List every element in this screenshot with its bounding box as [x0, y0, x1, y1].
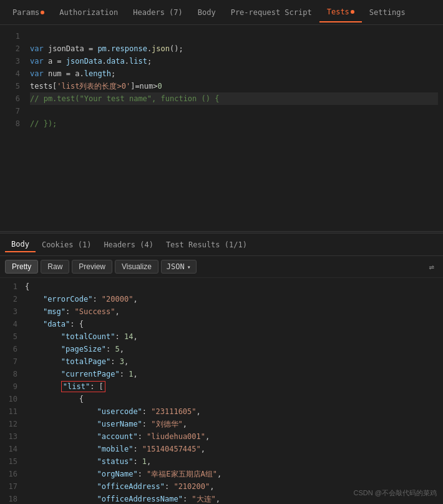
code-text[interactable]: var jsonData = pm.response.json(); var a…	[25, 25, 443, 231]
line-numbers: 1 2 3 4 5 6 7 8	[0, 25, 25, 231]
format-preview[interactable]: Preview	[72, 260, 112, 274]
json-line-8: 8 "currentPage": 1,	[0, 368, 443, 380]
json-line-1: 1 {	[0, 280, 443, 293]
response-tab-bar: Body Cookies (1) Headers (4) Test Result…	[0, 234, 443, 256]
code-line-5: tests['list列表的长度>0']=num>0	[30, 80, 438, 92]
json-line-13: 13 "account": "liudehua001",	[0, 430, 443, 443]
tab-settings[interactable]: Settings	[362, 3, 413, 22]
resp-tab-cookies[interactable]: Cookies (1)	[36, 238, 97, 252]
format-visualize[interactable]: Visualize	[115, 260, 158, 274]
code-line-3: var a = jsonData.data.list;	[30, 55, 438, 67]
wrap-icon[interactable]: ⇌	[426, 260, 438, 273]
code-line-1	[30, 30, 438, 42]
json-line-11: 11 "usercode": "23111605",	[0, 405, 443, 418]
code-line-4: var num = a.length;	[30, 67, 438, 80]
json-line-2: 2 "errorCode": "20000",	[0, 293, 443, 305]
format-raw[interactable]: Raw	[41, 260, 69, 274]
tab-params[interactable]: Params	[5, 3, 52, 22]
response-section: Body Cookies (1) Headers (4) Test Result…	[0, 234, 443, 504]
json-line-10: 10 {	[0, 393, 443, 405]
resp-tab-headers[interactable]: Headers (4)	[97, 238, 159, 252]
params-dot	[41, 11, 44, 14]
code-line-2: var jsonData = pm.response.json();	[30, 42, 438, 55]
tab-authorization[interactable]: Authorization	[52, 3, 125, 22]
json-line-4: 4 "data": {	[0, 318, 443, 330]
watermark: CSDN @不会敲代码的菜鸡	[354, 488, 437, 498]
tab-headers[interactable]: Headers (7)	[125, 3, 190, 22]
json-line-6: 6 "pageSize": 5,	[0, 343, 443, 355]
json-response-area: 1 { 2 "errorCode": "20000", 3 "msg": "Su…	[0, 278, 443, 504]
json-line-5: 5 "totalCount": 14,	[0, 330, 443, 343]
code-editor[interactable]: 1 2 3 4 5 6 7 8 var jsonData = pm.respon…	[0, 25, 443, 231]
format-pretty[interactable]: Pretty	[5, 260, 38, 274]
code-line-7	[30, 105, 438, 117]
tab-tests[interactable]: Tests	[319, 2, 362, 22]
json-format-select[interactable]: JSON ▾	[161, 260, 197, 274]
json-line-12: 12 "userName": "刘德华",	[0, 418, 443, 430]
tab-prerequest[interactable]: Pre-request Script	[223, 3, 319, 22]
json-line-14: 14 "mobile": "15140457445",	[0, 443, 443, 455]
json-line-3: 3 "msg": "Success",	[0, 305, 443, 318]
json-line-16: 16 "orgName": "幸福E家五期店A组",	[0, 468, 443, 480]
resp-tab-testresults[interactable]: Test Results (1/1)	[160, 238, 253, 252]
code-line-6: // pm.test("Your test name", function ()…	[30, 92, 438, 105]
tab-body[interactable]: Body	[190, 3, 223, 22]
resp-tab-body[interactable]: Body	[5, 237, 36, 252]
tests-dot	[351, 10, 354, 14]
code-line-8: // });	[30, 117, 438, 130]
format-bar: Pretty Raw Preview Visualize JSON ▾ ⇌	[0, 256, 443, 278]
json-line-15: 15 "status": 1,	[0, 455, 443, 468]
json-line-7: 7 "totalPage": 3,	[0, 355, 443, 368]
json-line-9: 9 "list": [	[0, 380, 443, 393]
top-tab-bar: Params Authorization Headers (7) Body Pr…	[0, 0, 443, 25]
